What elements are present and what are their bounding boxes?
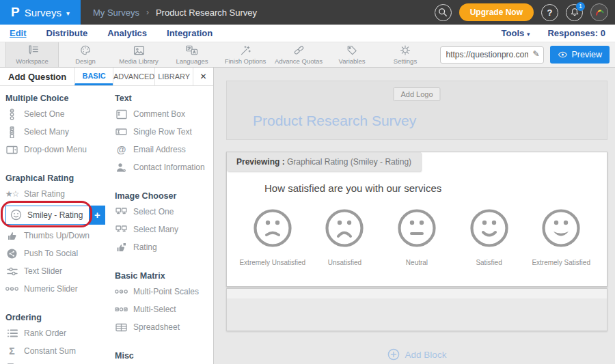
question-type-select-one[interactable]: Select One bbox=[0, 105, 109, 123]
toolbar-finish-options[interactable]: Finish Options bbox=[219, 42, 272, 67]
toolbar-workspace[interactable]: Workspace bbox=[5, 42, 59, 67]
panel-tab-bar: Add Question BASIC ADVANCED LIBRARY ✕ bbox=[0, 68, 213, 86]
question-type-label: Rank Order bbox=[24, 328, 66, 338]
responses-count[interactable]: Responses: 0 bbox=[547, 28, 605, 38]
search-button[interactable] bbox=[435, 4, 452, 21]
panel-title: Add Question bbox=[0, 68, 74, 85]
option-satisfied[interactable]: Satisfied bbox=[453, 207, 525, 266]
at-sign-icon: @ bbox=[115, 144, 128, 155]
toolbar-label: Workspace bbox=[16, 57, 48, 65]
add-block-button[interactable]: Add Block bbox=[226, 348, 607, 361]
add-logo-button[interactable]: Add Logo bbox=[393, 87, 440, 101]
share-icon bbox=[5, 249, 18, 259]
add-smiley-question-button[interactable]: + bbox=[89, 206, 105, 225]
question-type-comment-box[interactable]: Comment Box bbox=[109, 105, 213, 123]
question-type-constant-sum[interactable]: Σ Constant Sum bbox=[0, 342, 109, 360]
notifications-button[interactable]: 1 bbox=[566, 4, 583, 21]
toolbar-settings[interactable]: Settings bbox=[379, 42, 432, 67]
tab-basic[interactable]: BASIC bbox=[74, 68, 113, 85]
toolbar-advance-quotas[interactable]: Advance Quotas bbox=[272, 42, 325, 67]
question-type-star-rating[interactable]: ★☆ Star Rating bbox=[0, 185, 109, 203]
question-type-push-to-social[interactable]: Push To Social bbox=[0, 244, 109, 262]
tab-integration[interactable]: Integration bbox=[167, 28, 213, 38]
breadcrumb-current-survey: Product Research Survey bbox=[156, 8, 257, 18]
edit-url-icon[interactable]: ✎ bbox=[532, 49, 539, 59]
question-type-rank-order[interactable]: Rank Order bbox=[0, 324, 109, 342]
question-type-label: Numeric Slider bbox=[24, 284, 78, 294]
question-type-drag-and-drop[interactable]: Drag and Drop bbox=[0, 360, 109, 364]
question-type-image-select-many[interactable]: Select Many bbox=[109, 221, 213, 238]
eye-icon bbox=[558, 51, 568, 59]
toolbar-label: Settings bbox=[394, 57, 417, 65]
tab-advanced[interactable]: ADVANCED bbox=[113, 68, 154, 85]
survey-nav: Edit Distribute Analytics Integration To… bbox=[0, 25, 615, 42]
help-button[interactable]: ? bbox=[541, 4, 558, 21]
preview-button[interactable]: Preview bbox=[550, 46, 610, 64]
question-type-thumbs-up-down[interactable]: Thumbs Up/Down bbox=[0, 227, 109, 244]
thumb-up-icon bbox=[5, 230, 18, 241]
close-panel-button[interactable]: ✕ bbox=[193, 68, 213, 85]
tab-analytics[interactable]: Analytics bbox=[107, 28, 147, 38]
tab-library[interactable]: LIBRARY bbox=[154, 68, 193, 85]
toolbar-variables[interactable]: Variables bbox=[325, 42, 379, 67]
question-type-multi-point-scales[interactable]: Multi-Point Scales bbox=[109, 283, 213, 300]
image-pair-icon bbox=[115, 208, 128, 216]
upgrade-now-button[interactable]: Upgrade Now bbox=[459, 3, 534, 21]
question-type-single-row-text[interactable]: Single Row Text bbox=[109, 123, 213, 141]
previewing-tab: Previewing : Graphical Rating (Smiley - … bbox=[227, 152, 421, 171]
question-preview-card: Previewing : Graphical Rating (Smiley - … bbox=[226, 152, 607, 287]
image-pair-icon bbox=[115, 225, 128, 234]
toolbar-label: Variables bbox=[339, 57, 366, 65]
tools-menu[interactable]: Tools ▾ bbox=[502, 28, 530, 38]
survey-url-input[interactable] bbox=[440, 46, 544, 64]
question-type-image-select-one[interactable]: Select One bbox=[109, 203, 213, 221]
block-footer-strip bbox=[226, 288, 607, 331]
toolbar-label: Media Library bbox=[119, 57, 159, 65]
toolbar-media-library[interactable]: Media Library bbox=[112, 42, 165, 67]
section-basic-matrix: Basic Matrix bbox=[115, 271, 213, 281]
toolbar-languages[interactable]: Languages bbox=[165, 42, 219, 67]
question-type-smiley-rating-selected[interactable]: Smiley - Rating + bbox=[0, 204, 109, 225]
option-neutral[interactable]: Neutral bbox=[381, 207, 453, 266]
question-type-multi-select[interactable]: Multi-Select bbox=[109, 300, 213, 318]
question-type-label: Star Rating bbox=[24, 189, 65, 199]
question-type-contact-information[interactable]: Contact Information bbox=[109, 158, 213, 176]
numeric-slider-icon bbox=[5, 285, 18, 292]
option-label: Unsatisfied bbox=[328, 259, 361, 266]
option-label: Extremely Satisfied bbox=[532, 259, 590, 266]
question-type-label: Comment Box bbox=[133, 109, 185, 119]
question-type-spreadsheet[interactable]: Spreadsheet bbox=[109, 318, 213, 336]
previewing-label: Previewing : bbox=[236, 157, 285, 167]
question-type-image-rating[interactable]: Rating bbox=[109, 238, 213, 256]
option-extremely-satisfied[interactable]: Extremely Satisfied bbox=[525, 207, 597, 266]
top-bar: P Surveys ▾ My Surveys › Product Researc… bbox=[0, 0, 615, 25]
survey-url-field-wrap: ✎ bbox=[440, 46, 544, 64]
smiley-rating-box[interactable]: Smiley - Rating + bbox=[5, 206, 105, 225]
gear-icon bbox=[399, 44, 411, 56]
question-type-label: Select One bbox=[24, 109, 64, 119]
breadcrumb-my-surveys[interactable]: My Surveys bbox=[93, 8, 139, 18]
spreadsheet-icon bbox=[115, 323, 128, 332]
question-mark-icon: ? bbox=[547, 8, 553, 18]
option-extremely-unsatisfied[interactable]: Extremely Unsatisfied bbox=[236, 207, 309, 266]
question-type-dropdown-menu[interactable]: Drop-down Menu bbox=[0, 141, 109, 158]
question-type-label: Rating bbox=[133, 242, 157, 252]
question-text: How satisfied are you with our services bbox=[264, 182, 441, 194]
question-type-select-many[interactable]: Select Many bbox=[0, 123, 109, 141]
tools-label: Tools bbox=[502, 28, 525, 38]
tab-edit[interactable]: Edit bbox=[10, 28, 27, 38]
app-switcher[interactable]: P Surveys ▾ bbox=[0, 0, 81, 25]
toolbar-design[interactable]: Design bbox=[59, 42, 112, 67]
survey-title[interactable]: Product Research Survey bbox=[253, 113, 416, 129]
option-unsatisfied[interactable]: Unsatisfied bbox=[309, 207, 381, 266]
tab-distribute[interactable]: Distribute bbox=[46, 28, 88, 38]
question-type-text-slider[interactable]: Text Slider bbox=[0, 262, 109, 280]
question-type-numeric-slider[interactable]: Numeric Slider bbox=[0, 280, 109, 298]
checkbox-stack-icon bbox=[5, 126, 18, 138]
question-types-col-1: Multiple Choice Select One Select Ma bbox=[0, 86, 109, 364]
previewing-value: Graphical Rating (Smiley - Rating) bbox=[287, 157, 411, 167]
section-multiple-choice: Multiple Choice bbox=[5, 94, 109, 103]
account-avatar[interactable] bbox=[590, 3, 608, 21]
survey-header-block[interactable]: Add Logo Product Research Survey bbox=[226, 81, 607, 140]
question-type-email-address[interactable]: @ Email Address bbox=[109, 141, 213, 158]
